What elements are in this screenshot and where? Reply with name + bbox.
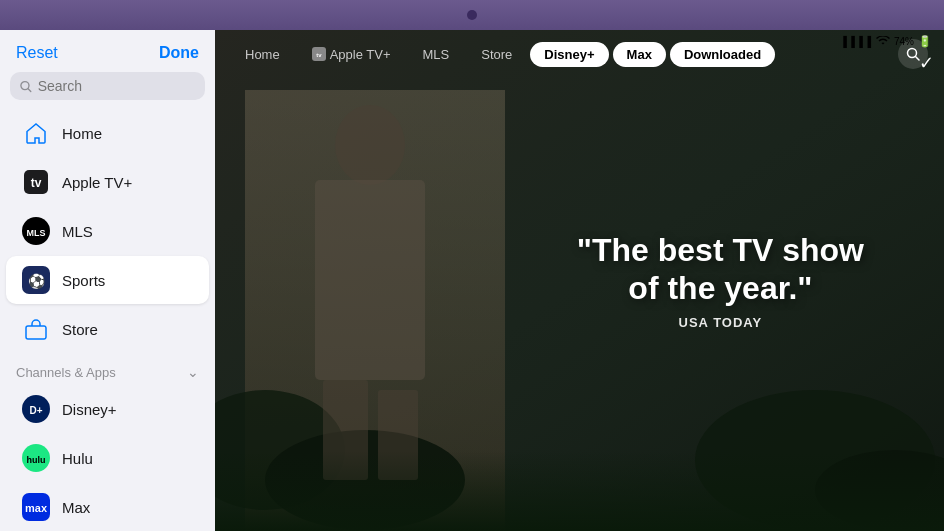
svg-text:tv: tv [316,52,322,58]
sidebar-item-disney[interactable]: D+ Disney+ [6,385,209,433]
sidebar-item-store-label: Store [62,321,98,338]
svg-text:max: max [25,502,48,514]
sidebar-item-sports[interactable]: ⚽ Sports [6,256,209,304]
sidebar-item-mls[interactable]: MLS MLS [6,207,209,255]
main-container: Reset Done Home [0,30,944,531]
tab-mls[interactable]: MLS [409,42,464,67]
sidebar-item-appletv-label: Apple TV+ [62,174,132,191]
hulu-icon: hulu [22,444,50,472]
search-input[interactable] [38,78,195,94]
svg-text:D+: D+ [29,405,42,416]
sidebar-item-mls-label: MLS [62,223,93,240]
vegetation-overlay [215,451,944,531]
done-button[interactable]: Done [159,44,199,62]
tab-downloaded[interactable]: Downloaded [670,42,775,67]
sports-icon: ⚽ [22,266,50,294]
tab-store[interactable]: Store [467,42,526,67]
device-camera [467,10,477,20]
svg-rect-8 [26,326,46,339]
sidebar: Reset Done Home [0,30,215,531]
svg-text:⚽: ⚽ [28,273,46,290]
disney-icon: D+ [22,395,50,423]
svg-rect-26 [315,180,425,380]
content-search-icon [906,47,920,61]
sidebar-item-home[interactable]: Home [6,109,209,157]
sidebar-search[interactable] [10,72,205,100]
hero-quote-text: "The best TV showof the year." [577,231,864,308]
channels-chevron-icon: ⌄ [187,364,199,380]
sidebar-item-store[interactable]: Store [6,305,209,353]
appletv-tab-icon: tv [312,47,326,61]
tab-max[interactable]: Max [613,42,666,67]
hero-quote-source: USA TODAY [577,315,864,330]
sidebar-item-max-label: Max [62,499,90,516]
tab-home[interactable]: Home [231,42,294,67]
device-top-bar [0,0,944,30]
max-icon: max [22,493,50,521]
sidebar-item-hulu-label: Hulu [62,450,93,467]
reset-button[interactable]: Reset [16,44,58,62]
tab-appletv[interactable]: tv Apple TV+ [298,42,405,67]
svg-text:tv: tv [31,176,42,190]
sidebar-item-max[interactable]: max Max [6,483,209,531]
mls-icon: MLS [22,217,50,245]
checkmark-done[interactable]: ✓ [919,52,934,74]
top-nav: Home tv Apple TV+ MLS Store Disney+ Max … [215,30,944,78]
sidebar-item-hulu[interactable]: hulu Hulu [6,434,209,482]
sidebar-nav: Home tv Apple TV+ MLS [0,108,215,531]
tab-disney[interactable]: Disney+ [530,42,608,67]
svg-text:MLS: MLS [27,228,46,238]
home-icon [22,119,50,147]
sidebar-item-sports-label: Sports [62,272,105,289]
sidebar-item-home-label: Home [62,125,102,142]
channels-apps-title: Channels & Apps [16,365,116,380]
sidebar-item-appletv[interactable]: tv Apple TV+ [6,158,209,206]
search-icon [20,80,32,93]
tab-appletv-label: Apple TV+ [330,47,391,62]
svg-line-1 [28,88,31,91]
hero-quote-overlay: "The best TV showof the year." USA TODAY [577,231,864,331]
channels-apps-header[interactable]: Channels & Apps ⌄ [0,354,215,384]
content-area: ··· Home tv Apple TV+ MLS Store Disney+ … [215,30,944,531]
appletv-icon: tv [22,168,50,196]
sidebar-item-disney-label: Disney+ [62,401,117,418]
sidebar-header: Reset Done [0,30,215,72]
svg-text:hulu: hulu [27,455,46,465]
svg-point-25 [335,105,405,185]
store-icon [22,315,50,343]
